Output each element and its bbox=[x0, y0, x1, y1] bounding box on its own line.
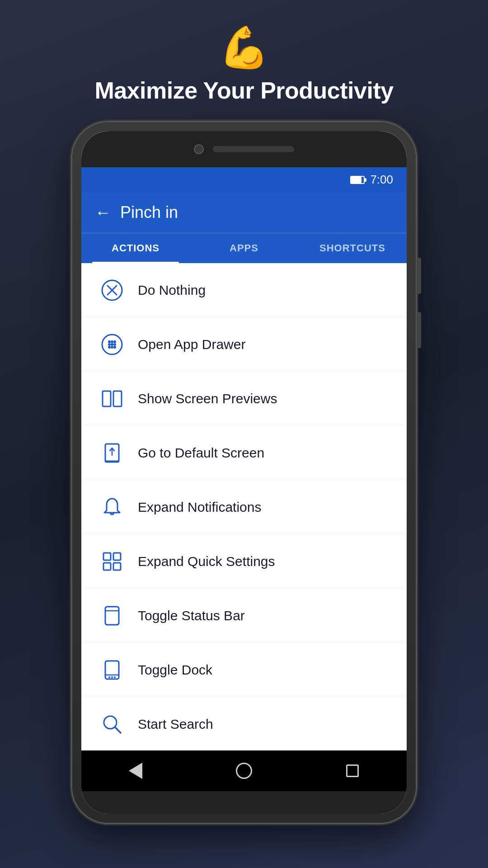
time-display: 7:00 bbox=[370, 173, 393, 187]
list-item-expand-quick-settings[interactable]: Expand Quick Settings bbox=[81, 534, 407, 589]
svg-rect-18 bbox=[103, 553, 111, 560]
nav-recent-icon bbox=[346, 764, 359, 777]
status-bar-right: 7:00 bbox=[350, 173, 393, 187]
columns-icon bbox=[99, 386, 124, 411]
svg-rect-14 bbox=[113, 391, 122, 406]
svg-point-8 bbox=[111, 343, 113, 346]
svg-rect-22 bbox=[105, 607, 119, 625]
svg-point-5 bbox=[111, 340, 113, 343]
phone-top-bar bbox=[81, 131, 407, 167]
phone-frame: 7:00 ← Pinch in ACTIONS APPS SHORTCUTS bbox=[72, 122, 416, 823]
battery-fill bbox=[351, 177, 361, 183]
list-item-do-nothing[interactable]: Do Nothing bbox=[81, 263, 407, 317]
start-search-label: Start Search bbox=[138, 717, 213, 732]
nav-back-button[interactable] bbox=[124, 760, 147, 782]
svg-point-12 bbox=[113, 346, 116, 349]
phone-nav-bar bbox=[81, 750, 407, 791]
tab-bar: ACTIONS APPS SHORTCUTS bbox=[81, 233, 407, 263]
list-item-toggle-dock[interactable]: Toggle Dock bbox=[81, 643, 407, 697]
phone-dock-icon bbox=[99, 657, 124, 682]
hero-emoji: 💪 bbox=[219, 27, 269, 68]
list-item-open-app-drawer[interactable]: Open App Drawer bbox=[81, 317, 407, 372]
show-screen-previews-label: Show Screen Previews bbox=[138, 391, 277, 406]
list-area: Do Nothing bbox=[81, 263, 407, 750]
grid-icon bbox=[99, 332, 124, 357]
home-flag-icon bbox=[99, 440, 124, 465]
list-item-start-search[interactable]: Start Search bbox=[81, 697, 407, 750]
phone-screen: 7:00 ← Pinch in ACTIONS APPS SHORTCUTS bbox=[81, 131, 407, 814]
svg-point-26 bbox=[108, 676, 110, 678]
list-item-toggle-status-bar[interactable]: Toggle Status Bar bbox=[81, 589, 407, 643]
nav-recents-button[interactable] bbox=[341, 760, 364, 782]
toggle-status-bar-label: Toggle Status Bar bbox=[138, 608, 245, 623]
svg-rect-13 bbox=[103, 391, 111, 406]
tab-apps[interactable]: APPS bbox=[190, 233, 298, 263]
search-icon bbox=[99, 712, 124, 736]
app-bar: ← Pinch in bbox=[81, 192, 407, 233]
speaker-bar bbox=[213, 146, 294, 152]
list-item-show-screen-previews[interactable]: Show Screen Previews bbox=[81, 372, 407, 426]
hero-title: Maximize Your Productivity bbox=[94, 77, 393, 104]
grid-detail-icon bbox=[99, 549, 124, 574]
svg-line-30 bbox=[115, 727, 121, 733]
x-circle-icon bbox=[99, 278, 124, 302]
tab-actions[interactable]: ACTIONS bbox=[81, 233, 190, 263]
hero-section: 💪 Maximize Your Productivity bbox=[94, 27, 393, 104]
do-nothing-label: Do Nothing bbox=[138, 283, 206, 298]
phone-top-icon bbox=[99, 603, 124, 628]
nav-home-icon bbox=[236, 763, 252, 779]
svg-rect-21 bbox=[113, 563, 121, 570]
tab-shortcuts[interactable]: SHORTCUTS bbox=[298, 233, 407, 263]
list-item-go-to-default-screen[interactable]: Go to Default Screen bbox=[81, 426, 407, 480]
camera-dot bbox=[194, 144, 204, 154]
svg-point-10 bbox=[108, 346, 111, 349]
go-to-default-screen-label: Go to Default Screen bbox=[138, 445, 264, 461]
bell-icon bbox=[99, 495, 124, 519]
svg-rect-19 bbox=[113, 553, 121, 560]
toggle-dock-label: Toggle Dock bbox=[138, 662, 212, 678]
app-bar-title: Pinch in bbox=[120, 203, 178, 222]
svg-point-6 bbox=[113, 340, 116, 343]
expand-notifications-label: Expand Notifications bbox=[138, 500, 262, 515]
svg-point-27 bbox=[111, 676, 113, 678]
svg-rect-20 bbox=[103, 563, 111, 570]
nav-back-icon bbox=[129, 763, 142, 779]
battery-icon bbox=[350, 176, 365, 184]
svg-point-7 bbox=[108, 343, 111, 346]
back-button[interactable]: ← bbox=[95, 203, 111, 222]
svg-point-4 bbox=[108, 340, 111, 343]
svg-point-9 bbox=[113, 343, 116, 346]
svg-point-28 bbox=[114, 676, 116, 678]
status-bar: 7:00 bbox=[81, 167, 407, 192]
expand-quick-settings-label: Expand Quick Settings bbox=[138, 554, 275, 569]
list-item-expand-notifications[interactable]: Expand Notifications bbox=[81, 480, 407, 534]
battery-body bbox=[350, 176, 365, 184]
svg-point-11 bbox=[111, 346, 113, 349]
open-app-drawer-label: Open App Drawer bbox=[138, 337, 245, 352]
nav-home-button[interactable] bbox=[233, 760, 255, 782]
phone-bottom-bar bbox=[81, 791, 407, 814]
